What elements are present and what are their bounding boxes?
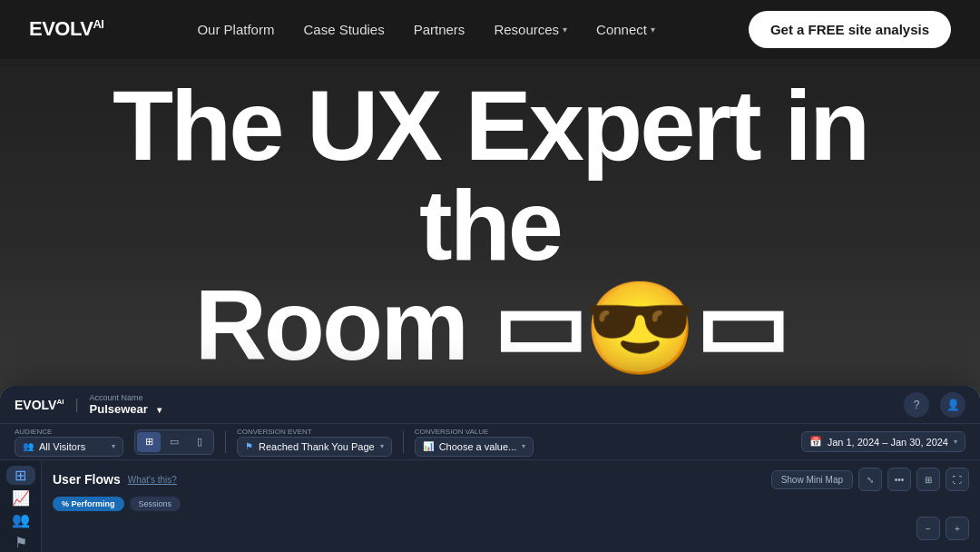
grid-icon[interactable]: ⊞: [916, 468, 940, 491]
user-icon[interactable]: 👤: [940, 392, 965, 418]
nav-link-partners[interactable]: Partners: [414, 22, 466, 37]
chevron-down-icon: ▾: [651, 25, 655, 34]
view-toggle-mobile[interactable]: ▯: [188, 432, 211, 452]
chevron-down-icon: ▾: [522, 442, 525, 450]
user-flows-actions: Show Mini Map ⤡ ••• ⊞ ⛶: [771, 468, 969, 491]
hero-title: The UX Expert in the Room ▭😎▭: [0, 75, 980, 375]
chevron-down-icon: ▾: [380, 442, 384, 450]
audience-filter: Audience 👥 All Visitors ▾: [15, 428, 123, 457]
conversion-value-select[interactable]: 📊 Choose a value... ▾: [415, 437, 534, 457]
dashboard-inner: EVOLVAI | Account Name Pulsewear ▾ ? 👤 A…: [0, 386, 980, 552]
date-picker[interactable]: 📅 Jan 1, 2024 – Jan 30, 2024 ▾: [801, 431, 965, 452]
logo-ai: AI: [93, 17, 103, 31]
dashboard-logo: EVOLVAI: [15, 398, 64, 412]
fullscreen-icon[interactable]: ⛶: [946, 468, 969, 491]
view-toggle-desktop[interactable]: ⊞: [137, 432, 161, 452]
account-label: Account Name: [90, 393, 162, 402]
what-is-this-link[interactable]: What's this?: [128, 475, 177, 485]
sidebar-icon-grid[interactable]: ⊞: [6, 466, 35, 485]
left-sidebar: ⊞ 📈 👥 ⚑: [0, 460, 42, 552]
user-flows-title: User Flows: [53, 472, 121, 487]
sidebar-icon-chart[interactable]: 📈: [6, 488, 35, 508]
audience-select[interactable]: 👥 All Visitors ▾: [15, 437, 123, 457]
account-area: Account Name Pulsewear ▾: [90, 393, 162, 416]
flag-icon: ⚑: [245, 441, 253, 451]
audience-label: Audience: [15, 428, 123, 436]
chart-icon: 📊: [423, 441, 434, 451]
nav-link-case-studies[interactable]: Case Studies: [303, 22, 384, 37]
dash-separator: |: [74, 397, 78, 413]
hero-section: The UX Expert in the Room ▭😎▭: [0, 0, 980, 413]
user-flows-header: User Flows What's this? Show Mini Map ⤡ …: [53, 468, 969, 491]
logo: EVOLVAI: [29, 17, 103, 41]
show-mini-map-button[interactable]: Show Mini Map: [771, 470, 853, 489]
zoom-in-icon[interactable]: +: [946, 517, 969, 540]
view-toggles: ⊞ ▭ ▯: [134, 429, 214, 455]
sidebar-icon-users[interactable]: 👥: [6, 511, 35, 530]
sidebar-icon-flag[interactable]: ⚑: [6, 533, 35, 552]
hero-emoji: 😎: [583, 282, 694, 373]
view-toggle-tablet[interactable]: ▭: [162, 432, 186, 452]
chevron-down-icon: ▾: [563, 25, 567, 34]
conversion-value-label: Conversion Value: [415, 428, 534, 436]
expand-icon[interactable]: ⤡: [858, 468, 882, 491]
nav-link-resources[interactable]: Resources ▾: [494, 22, 567, 37]
tag-sessions: Sessions: [130, 497, 181, 511]
tags-row: % Performing Sessions: [53, 497, 969, 511]
help-icon[interactable]: ?: [904, 392, 929, 418]
dashboard-topbar: EVOLVAI | Account Name Pulsewear ▾ ? 👤: [0, 386, 980, 424]
nav-links: Our Platform Case Studies Partners Resou…: [197, 22, 655, 37]
conversion-event-filter: Conversion Event ⚑ Reached Thank You Pag…: [237, 428, 392, 457]
calendar-icon: 📅: [809, 436, 822, 448]
cta-button[interactable]: Get a FREE site analysis: [749, 11, 951, 48]
logo-text: EVOLVAI: [29, 17, 103, 41]
more-icon[interactable]: •••: [887, 468, 911, 491]
navbar: EVOLVAI Our Platform Case Studies Partne…: [0, 0, 980, 59]
filter-divider-2: [403, 431, 404, 453]
filter-divider: [225, 431, 226, 453]
nav-link-connect[interactable]: Connect ▾: [596, 22, 655, 37]
filter-bar: Audience 👥 All Visitors ▾ ⊞ ▭ ▯ Conversi…: [0, 424, 980, 460]
chevron-down-icon: ▾: [954, 438, 957, 446]
conversion-event-label: Conversion Event: [237, 428, 392, 436]
bottom-controls: − +: [53, 517, 969, 540]
topbar-right: ? 👤: [904, 392, 965, 418]
dashboard-content: ⊞ 📈 👥 ⚑ User Flows What's this? Show Min…: [0, 460, 980, 552]
nav-link-platform[interactable]: Our Platform: [197, 22, 274, 37]
audience-icon: 👥: [23, 441, 34, 451]
account-name: Pulsewear ▾: [90, 402, 162, 416]
conversion-value-filter: Conversion Value 📊 Choose a value... ▾: [415, 428, 534, 457]
conversion-event-select[interactable]: ⚑ Reached Thank You Page ▾: [237, 437, 392, 457]
user-flows-title-group: User Flows What's this?: [53, 472, 177, 487]
tag-performing: % Performing: [53, 497, 124, 511]
chevron-down-icon: ▾: [157, 405, 162, 415]
dashboard-preview: EVOLVAI | Account Name Pulsewear ▾ ? 👤 A…: [0, 386, 980, 552]
main-content: User Flows What's this? Show Mini Map ⤡ …: [42, 460, 980, 552]
chevron-down-icon: ▾: [112, 442, 115, 450]
zoom-out-icon[interactable]: −: [916, 517, 940, 540]
